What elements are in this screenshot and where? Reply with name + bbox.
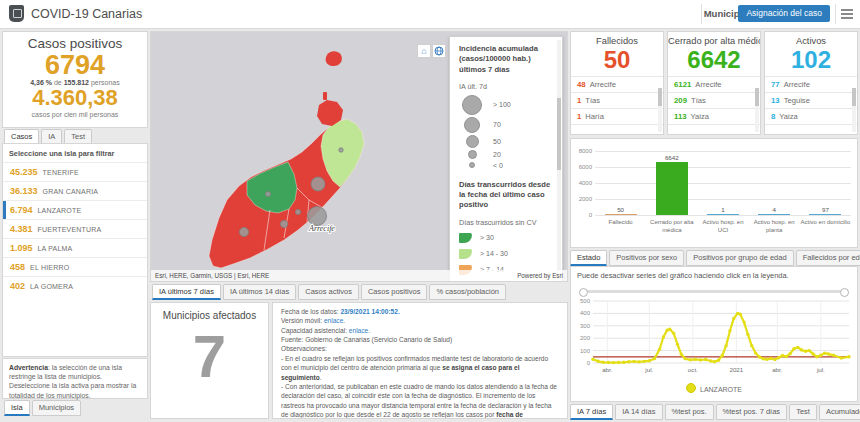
row-value: 8	[771, 112, 775, 121]
scrollbar-thumb[interactable]	[658, 88, 662, 106]
tab-map-2[interactable]: Casos activos	[298, 284, 359, 300]
tab-estado-2[interactable]: Positivos por grupo de edad	[686, 250, 793, 266]
series-point	[739, 312, 742, 315]
legend-size-item: 70	[459, 116, 556, 134]
bar-value-label: 97	[805, 206, 845, 213]
island-name: EL HIERRO	[30, 264, 69, 271]
status-card-value: 50	[571, 46, 663, 74]
island-name: LANZAROTE	[38, 207, 82, 214]
bar-value-label: 6642	[652, 154, 692, 161]
row-municipality: Yaiza	[779, 112, 797, 121]
map-attribution: Esri, HERE, Garmin, USGS | Esri, HERE Po…	[151, 270, 567, 281]
series-point	[602, 361, 605, 364]
status-list-row: 1Tías	[571, 93, 663, 109]
tab-map-0[interactable]: IA últimos 7 días	[152, 284, 221, 300]
island-list-item[interactable]: 45.235TENERIFE	[3, 162, 147, 181]
bar-1[interactable]	[656, 162, 688, 215]
line-ytick-label: 400	[580, 310, 591, 316]
bar-value-label: 4	[754, 206, 794, 213]
legend-class-item: > 30	[459, 230, 556, 246]
series-point	[680, 353, 683, 356]
status-card: Fallecidos5048Arrecife1Tías1Haría	[570, 31, 664, 135]
status-list-row: 113Yaiza	[668, 109, 760, 125]
note-link[interactable]: enlace	[324, 317, 343, 324]
scrollbar-thumb[interactable]	[852, 88, 856, 106]
series-point	[811, 352, 814, 355]
tab-ia-4[interactable]: Test	[789, 404, 817, 420]
bar-4[interactable]	[809, 214, 841, 216]
line-ytick-label: 100	[580, 348, 591, 354]
line-chart-hint: Puede desactivar series del gráfico haci…	[571, 267, 857, 280]
bar-ytick-label: 6000	[572, 164, 592, 170]
note-link[interactable]: enlace	[349, 327, 368, 334]
tab-ia-2[interactable]: %test pos.	[665, 404, 714, 420]
affected-value: 7	[151, 321, 268, 393]
island-list-item[interactable]: 402LA GOMERA	[3, 276, 147, 295]
tab-map-4[interactable]: % casos/población	[429, 284, 506, 300]
home-extent-button[interactable]: ⌂	[417, 44, 431, 58]
series-point	[632, 360, 635, 363]
series-point	[724, 344, 727, 347]
card-scrollbar[interactable]	[658, 88, 662, 132]
card-scrollbar[interactable]	[852, 88, 856, 132]
map-panel[interactable]: Arrecife ⌂ Incidencia acumulada (casos/1…	[150, 31, 568, 282]
estado-chart-tabs: EstadoPositivos por sexoPositivos por gr…	[570, 250, 860, 266]
bar-0[interactable]	[605, 214, 637, 216]
slider-handle-left[interactable]	[579, 288, 588, 297]
tab-estado-3[interactable]: Fallecidos por edad y sexo	[796, 250, 860, 266]
status-card-list[interactable]: 77Arrecife13Teguise8Yaiza	[765, 76, 857, 125]
assign-case-button[interactable]: Asignación del caso	[738, 5, 830, 22]
island-cases: 4.381	[10, 224, 33, 234]
line-xtick-label: 2021	[729, 366, 743, 373]
series-point	[591, 358, 594, 361]
map-islet-small[interactable]	[323, 92, 327, 100]
bar-2[interactable]	[707, 214, 739, 216]
time-range-slider[interactable]	[579, 288, 849, 295]
series-point	[769, 357, 772, 360]
status-card-list[interactable]: 48Arrecife1Tías1Haría	[571, 76, 663, 125]
tab-map-1[interactable]: IA últimos 14 días	[223, 284, 296, 300]
tab-isla-0[interactable]: Isla	[4, 400, 30, 416]
status-card-list[interactable]: 6121Arrecife209Tías113Yaiza	[668, 76, 760, 125]
bar-gridline	[595, 151, 851, 152]
chart-legend[interactable]: LANZAROTE	[571, 383, 857, 393]
map-islet-alegranza[interactable]	[326, 51, 342, 66]
tab-ia-3[interactable]: %test pos. 7 días	[716, 404, 788, 420]
legend-size-item: > 100	[459, 94, 556, 116]
tab-isla-1[interactable]: Municipios	[32, 400, 81, 416]
island-list-item[interactable]: 1.095LA PALMA	[3, 238, 147, 257]
tab-ia-5[interactable]: Acumulado	[819, 404, 860, 420]
tab-estado-0[interactable]: Estado	[570, 250, 607, 266]
series-point	[596, 360, 599, 363]
island-list-item[interactable]: 6.794LANZAROTE	[3, 200, 147, 219]
island-list-item[interactable]: 458EL HIERRO	[3, 257, 147, 276]
tab-map-3[interactable]: Casos positivos	[361, 284, 428, 300]
series-point	[721, 354, 724, 357]
island-list-item[interactable]: 36.133GRAN CANARIA	[3, 181, 147, 200]
basemap-button[interactable]	[432, 44, 446, 58]
status-list-row: 209Tías	[668, 93, 760, 109]
map-legend-panel: Incidencia acumulada (casos/100000 hab.)…	[449, 36, 563, 282]
row-value: 6121	[674, 80, 691, 89]
series-point	[832, 354, 835, 357]
island-list-item[interactable]: 4.381FUERTEVENTURA	[3, 219, 147, 238]
scrollbar-thumb[interactable]	[755, 88, 759, 106]
note-line: Fuente: Gobierno de Canarias (Servicio C…	[281, 335, 559, 344]
tab-ia-0[interactable]: IA 7 días	[570, 404, 613, 420]
tab-estado-1[interactable]: Positivos por sexo	[609, 250, 684, 266]
menu-icon[interactable]	[841, 9, 853, 21]
status-card-title: Cerrado por alta médica	[668, 36, 760, 46]
series-point	[785, 355, 788, 358]
app-title: COVID-19 Canarias	[31, 0, 142, 28]
slider-handle-right[interactable]	[840, 288, 849, 297]
legend-scrollbar[interactable]	[557, 40, 561, 282]
card-scrollbar[interactable]	[755, 88, 759, 132]
tab-ia-1[interactable]: IA 14 días	[615, 404, 662, 420]
row-municipality: Tías	[585, 96, 600, 105]
legend-class-item: > 14 - 30	[459, 246, 556, 262]
series-point	[808, 349, 811, 352]
bar-3[interactable]	[758, 214, 790, 216]
series-point	[796, 346, 799, 349]
legend-subtitle: IA últ. 7d	[459, 82, 556, 91]
island-list-card: Seleccione una isla para filtrar 45.235T…	[2, 143, 148, 357]
